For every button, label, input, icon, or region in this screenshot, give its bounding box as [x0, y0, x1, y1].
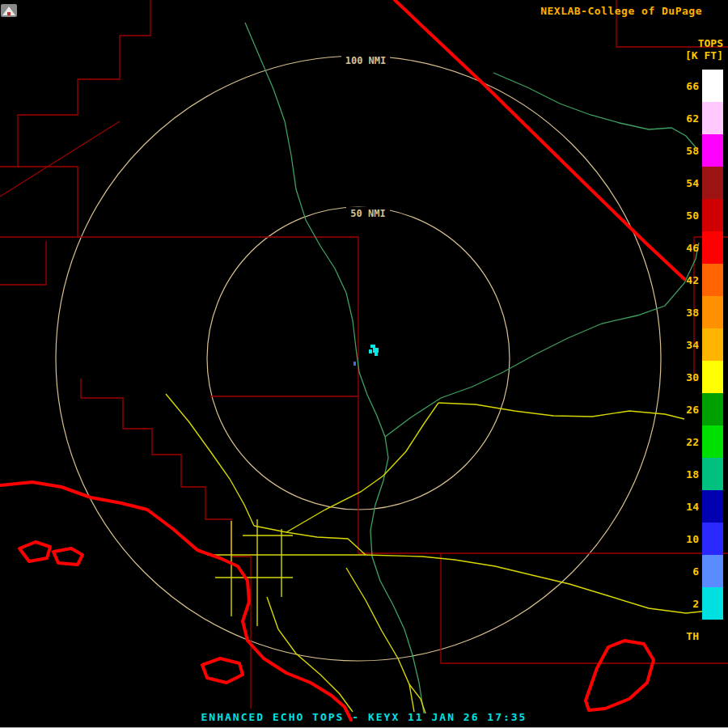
legend-step-label: 62	[676, 112, 699, 125]
legend-step-swatch	[702, 199, 723, 231]
legend-units: [K FT]	[685, 49, 723, 61]
radar-echo-weak	[353, 362, 356, 366]
legend-step-label: 46	[676, 242, 699, 254]
legend-step-swatch	[702, 296, 723, 328]
legend-step-label: 30	[676, 371, 699, 383]
legend-step-label: 50	[676, 210, 699, 222]
legend-step-swatch	[702, 587, 723, 620]
legend-step-label: 14	[676, 501, 699, 513]
legend-step-swatch	[702, 102, 723, 134]
outer-ring-label: 100 NMI	[345, 55, 387, 66]
legend-step-label: TH	[676, 630, 699, 642]
legend-step-label: 26	[676, 404, 699, 416]
legend-step-label: 34	[676, 339, 699, 351]
cod-logo-icon	[0, 2, 18, 19]
legend-step-swatch	[702, 134, 723, 167]
legend-step-swatch	[702, 555, 723, 587]
legend-step: 18	[676, 458, 723, 490]
legend-step-label: 10	[676, 533, 699, 545]
radar-map: 100 NMI 50 NMI	[0, 0, 728, 728]
legend-step-label: 6	[676, 565, 699, 578]
county-boundaries	[0, 0, 728, 709]
legend-step-label: 66	[676, 80, 699, 92]
legend-step-label: 38	[676, 307, 699, 319]
legend-step: 22	[676, 425, 723, 458]
interstate-lines	[0, 0, 684, 720]
legend-step-label: 58	[676, 145, 699, 157]
legend-step: 6	[676, 555, 723, 587]
legend-step: 26	[676, 393, 723, 425]
legend-step-swatch	[702, 425, 723, 458]
legend-step-swatch	[702, 393, 723, 425]
legend-step: 42	[676, 264, 723, 296]
legend-step: 50	[676, 199, 723, 231]
legend-step: 30	[676, 361, 723, 393]
legend-step-swatch	[702, 264, 723, 296]
range-ring-labels: 100 NMI 50 NMI	[341, 53, 390, 219]
radar-display: 100 NMI 50 NMI NEXLAB-College of DuPage …	[0, 0, 728, 728]
product-caption: ENHANCED ECHO TOPS - KEYX 11 JAN 26 17:3…	[0, 711, 728, 723]
legend-step: 46	[676, 231, 723, 264]
legend-step: 66	[676, 70, 723, 102]
inner-ring-label: 50 NMI	[350, 208, 385, 219]
legend-step-label: 18	[676, 468, 699, 480]
legend-step: 10	[676, 523, 723, 555]
legend-step: 58	[676, 134, 723, 167]
page-title: NEXLAB-College of DuPage	[540, 5, 702, 17]
legend-step-swatch	[702, 231, 723, 264]
legend-step: 14	[676, 490, 723, 523]
radar-echo	[369, 345, 379, 356]
river-lines	[245, 23, 699, 713]
legend-step: 2	[676, 587, 723, 620]
legend-step-label: 54	[676, 177, 699, 189]
legend-step-swatch	[702, 70, 723, 102]
legend-step: 38	[676, 296, 723, 328]
legend-step-swatch	[702, 167, 723, 199]
legend-step-label: 22	[676, 436, 699, 448]
legend-step: 34	[676, 328, 723, 361]
legend-header: TOPS [K FT]	[685, 37, 723, 61]
legend-steps: 66625854504642383430262218141062TH	[676, 70, 723, 652]
legend-step: TH	[676, 620, 723, 652]
legend-step-swatch	[702, 523, 723, 555]
legend-title: TOPS	[685, 37, 723, 49]
legend-step-swatch	[702, 361, 723, 393]
legend-step-swatch	[702, 490, 723, 523]
legend-step-label: 2	[676, 598, 699, 610]
legend-step: 54	[676, 167, 723, 199]
legend-step: 62	[676, 102, 723, 134]
legend-step-swatch	[702, 328, 723, 361]
legend-step-swatch	[702, 620, 723, 652]
legend-step-label: 42	[676, 274, 699, 286]
legend-step-swatch	[702, 458, 723, 490]
